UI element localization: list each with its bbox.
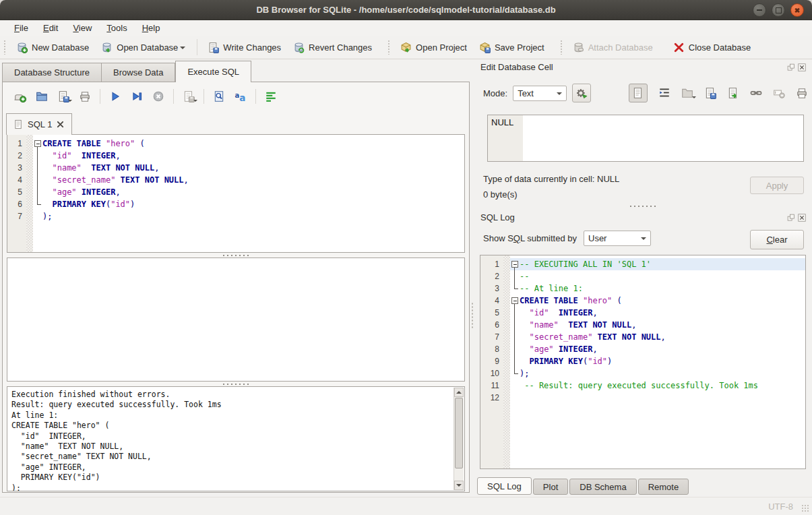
menu-help[interactable]: Help bbox=[135, 22, 168, 34]
close-icon[interactable] bbox=[790, 3, 804, 17]
menu-tools[interactable]: Tools bbox=[99, 22, 134, 34]
open-database-button[interactable]: Open Database bbox=[95, 39, 193, 56]
tab-database-structure[interactable]: Database Structure bbox=[2, 63, 102, 82]
close-tab-icon[interactable] bbox=[56, 120, 65, 129]
line-number: 4 bbox=[480, 295, 503, 307]
line-number: 6 bbox=[480, 319, 503, 331]
menu-edit[interactable]: Edit bbox=[36, 22, 65, 34]
fold-toggle-icon[interactable] bbox=[510, 258, 520, 270]
save-project-button[interactable]: Save Project bbox=[473, 39, 551, 56]
menu-file[interactable]: File bbox=[7, 22, 36, 34]
resize-grip[interactable] bbox=[801, 504, 810, 513]
open-external-icon[interactable] bbox=[727, 87, 739, 99]
toolbar-separator bbox=[173, 89, 174, 104]
line-number: 11 bbox=[480, 380, 503, 392]
cell-value: NULL bbox=[491, 117, 513, 127]
sql1-tab[interactable]: SQL 1 bbox=[6, 113, 72, 135]
fold-margin bbox=[33, 174, 42, 186]
gear-icon bbox=[575, 87, 588, 99]
mode-select[interactable]: Text bbox=[513, 86, 567, 101]
chevron-down-icon[interactable] bbox=[180, 47, 185, 52]
revert-changes-button[interactable]: Revert Changes bbox=[287, 39, 378, 56]
line-number: 6 bbox=[7, 198, 26, 210]
clear-button[interactable]: Clear bbox=[750, 230, 804, 249]
fold-margin bbox=[510, 331, 520, 343]
panel-splitter-handle[interactable] bbox=[471, 302, 474, 329]
app-window: DB Browser for SQLite - /home/user/code/… bbox=[0, 0, 812, 515]
maximize-icon[interactable] bbox=[772, 3, 785, 17]
sql-editor-toolbar: aa bbox=[9, 88, 282, 105]
code-line: 2-- bbox=[480, 270, 805, 282]
fold-margin bbox=[33, 162, 42, 174]
text-document-icon[interactable] bbox=[629, 84, 648, 102]
code-line: 6 PRIMARY KEY("id") bbox=[7, 198, 464, 210]
tab-remote[interactable]: Remote bbox=[638, 479, 689, 495]
toolbar-drag-handle[interactable] bbox=[3, 40, 7, 55]
scroll-up-icon[interactable] bbox=[454, 388, 464, 397]
fold-margin bbox=[510, 355, 520, 367]
tab-sql-log[interactable]: SQL Log bbox=[477, 477, 532, 495]
copy-link-icon[interactable] bbox=[750, 87, 762, 99]
cell-editor[interactable]: NULL bbox=[487, 115, 804, 162]
splitter-handle[interactable] bbox=[475, 204, 810, 208]
sql1-tab-label: SQL 1 bbox=[28, 119, 52, 129]
dock-tab-bar: SQL Log Plot DB Schema Remote bbox=[477, 477, 689, 495]
float-dock-icon[interactable] bbox=[787, 214, 795, 222]
main-tab-bar: Database Structure Browse Data Execute S… bbox=[2, 61, 251, 82]
close-database-button[interactable]: Close Database bbox=[667, 39, 757, 56]
code-line: 10); bbox=[480, 367, 805, 380]
new-tab-icon[interactable] bbox=[14, 90, 26, 102]
save-sql-file-icon[interactable] bbox=[57, 90, 69, 102]
tab-execute-sql[interactable]: Execute SQL bbox=[175, 61, 251, 82]
tab-plot[interactable]: Plot bbox=[533, 479, 568, 495]
tab-browse-data[interactable]: Browse Data bbox=[102, 63, 175, 82]
auto-indent-icon[interactable] bbox=[265, 90, 277, 102]
close-dock-icon[interactable] bbox=[798, 214, 806, 222]
line-number: 7 bbox=[7, 210, 26, 222]
export-cell-icon[interactable] bbox=[704, 87, 716, 99]
float-dock-icon[interactable] bbox=[787, 63, 795, 71]
execution-message-text: Execution finished without errors.Result… bbox=[7, 387, 464, 491]
fold-toggle-icon[interactable] bbox=[33, 138, 42, 150]
write-changes-button[interactable]: Write Changes bbox=[201, 39, 287, 56]
line-number: 10 bbox=[480, 367, 503, 380]
code-line: 4 "secret_name" TEXT NOT NULL, bbox=[7, 174, 464, 186]
format-sql-icon[interactable]: aa bbox=[235, 90, 247, 102]
fold-margin bbox=[510, 319, 520, 331]
execution-message-pane[interactable]: Execution finished without errors.Result… bbox=[7, 386, 465, 491]
toolbar-drag-handle[interactable] bbox=[560, 40, 563, 55]
title-bar[interactable]: DB Browser for SQLite - /home/user/code/… bbox=[0, 0, 812, 20]
cell-editor-toolbar bbox=[629, 84, 808, 102]
code-line: 5 "id" INTEGER, bbox=[480, 307, 805, 319]
tab-db-schema[interactable]: DB Schema bbox=[569, 479, 636, 495]
line-number: 3 bbox=[480, 282, 503, 295]
sql-code-editor[interactable]: 1CREATE TABLE "hero" (2 "id" INTEGER,3 "… bbox=[7, 134, 465, 253]
open-project-button[interactable]: Open Project bbox=[394, 39, 473, 56]
main-toolbar: New Database Open Database Write Changes… bbox=[0, 36, 812, 59]
submitted-by-select[interactable]: User bbox=[584, 231, 651, 246]
code-line: 4CREATE TABLE "hero" ( bbox=[480, 295, 805, 307]
fold-margin bbox=[33, 198, 42, 210]
word-wrap-icon[interactable] bbox=[658, 87, 670, 99]
print-cell-icon[interactable] bbox=[796, 87, 808, 99]
execute-line-icon[interactable] bbox=[131, 90, 143, 102]
execute-all-icon[interactable] bbox=[109, 90, 121, 102]
window-title: DB Browser for SQLite - /home/user/code/… bbox=[0, 5, 812, 15]
scroll-down-icon[interactable] bbox=[454, 481, 464, 490]
new-database-button[interactable]: New Database bbox=[10, 39, 95, 56]
auto-apply-button[interactable] bbox=[572, 84, 591, 102]
toolbar-drag-handle[interactable] bbox=[387, 40, 391, 55]
fold-margin bbox=[510, 282, 520, 295]
fold-margin bbox=[510, 367, 520, 380]
open-sql-file-icon[interactable] bbox=[36, 90, 48, 102]
minimize-icon[interactable] bbox=[753, 3, 766, 17]
sql-log-view[interactable]: 1-- EXECUTING ALL IN 'SQL 1'2--3-- At li… bbox=[480, 255, 806, 469]
fold-toggle-icon[interactable] bbox=[510, 295, 520, 307]
line-number: 1 bbox=[7, 138, 26, 150]
find-replace-icon[interactable] bbox=[213, 90, 225, 102]
print-icon[interactable] bbox=[79, 90, 91, 102]
results-grid-pane[interactable] bbox=[7, 258, 465, 382]
scrollbar-thumb[interactable] bbox=[455, 398, 463, 468]
close-dock-icon[interactable] bbox=[798, 63, 806, 71]
menu-view[interactable]: View bbox=[65, 22, 99, 34]
